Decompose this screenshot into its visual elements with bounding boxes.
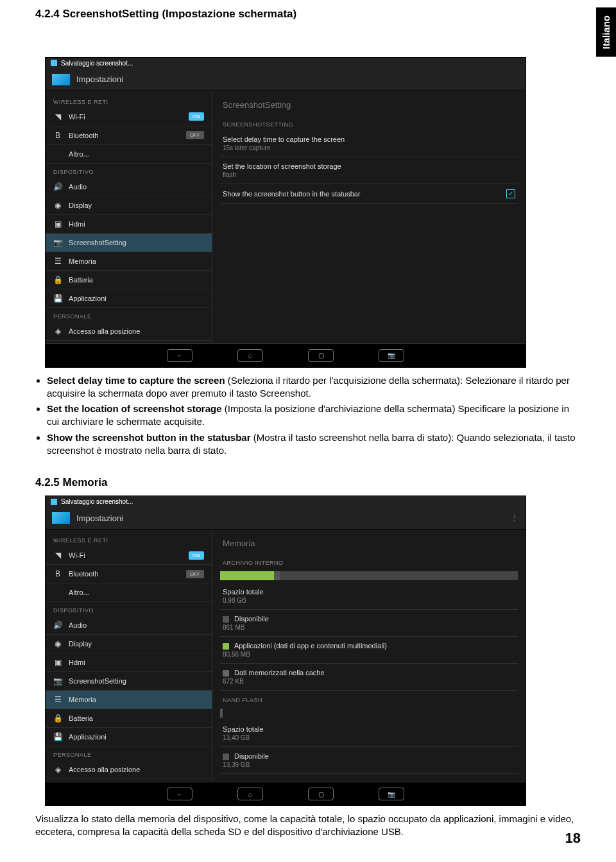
sidebar-item-apps[interactable]: 💾 Applicazioni xyxy=(46,728,212,746)
bluetooth-toggle[interactable]: OFF xyxy=(186,131,204,139)
sidebar-item-display[interactable]: ◉ Display xyxy=(46,196,212,215)
sidebar-item-wifi[interactable]: ◥ Wi-Fi ON xyxy=(46,108,212,126)
sidebar-item-battery[interactable]: 🔒 Batteria xyxy=(46,271,212,289)
storage-total[interactable]: Spazio totale 0,98 GB xyxy=(220,583,518,610)
sidebar-item-more[interactable]: Altro... xyxy=(46,145,212,164)
nand-total[interactable]: Spazio totale 13,40 GB xyxy=(220,720,518,747)
storage-label: Disponibile xyxy=(223,615,515,623)
page-number: 18 xyxy=(565,830,581,847)
blank-icon xyxy=(53,150,62,159)
settings-icon xyxy=(52,74,70,85)
sidebar-item-screenshotsetting[interactable]: 📷 ScreenshotSetting xyxy=(46,234,212,252)
screenshot-button[interactable]: 📷 xyxy=(379,349,404,362)
sidebar-item-display[interactable]: ◉ Display xyxy=(46,635,212,653)
setting-storage-location[interactable]: Set the location of screenshot storage f… xyxy=(220,157,518,184)
status-bar: Salvataggio screenshot... xyxy=(46,496,526,507)
storage-apps[interactable]: Applicazioni (dati di app e contenuti mu… xyxy=(220,637,518,664)
wifi-toggle[interactable]: ON xyxy=(189,551,204,560)
sidebar-item-apps[interactable]: 💾 Applicazioni xyxy=(46,289,212,308)
sidebar-item-label: Altro... xyxy=(69,589,204,596)
status-bar: Salvataggio screenshot... xyxy=(46,58,526,69)
setting-label: Show the screenshot button in the status… xyxy=(223,190,506,198)
settings-icon xyxy=(52,512,70,524)
storage-label: Disponibile xyxy=(223,752,515,760)
storage-value: 861 MB xyxy=(223,624,515,631)
sidebar-category-personal: PERSONALE xyxy=(46,308,212,322)
recent-button[interactable]: ▢ xyxy=(308,788,334,800)
storage-value: 672 KB xyxy=(223,678,515,685)
sidebar-item-label: Wi-Fi xyxy=(69,551,182,559)
sidebar-item-memory[interactable]: ☰ Memoria xyxy=(46,252,212,271)
statusbar-text: Salvataggio screenshot... xyxy=(61,60,133,67)
sidebar-item-label: Audio xyxy=(69,621,204,629)
sidebar-item-label: Memoria xyxy=(69,696,204,703)
description-list-424: Select delay time to capture the screen … xyxy=(35,374,581,458)
storage-cache[interactable]: Dati memorizzati nella cache 672 KB xyxy=(220,664,518,691)
sidebar-item-audio[interactable]: 🔊 Audio xyxy=(46,616,212,635)
storage-cache-segment xyxy=(274,571,280,580)
statusbar-text: Salvataggio screenshot... xyxy=(61,498,133,505)
sidebar-item-memory[interactable]: ☰ Memoria xyxy=(46,691,212,709)
bluetooth-icon: B xyxy=(53,569,62,578)
hdmi-icon: ▣ xyxy=(53,658,62,667)
storage-label: Dati memorizzati nella cache xyxy=(223,669,515,677)
setting-value: 15s later capture xyxy=(223,144,515,151)
setting-show-button[interactable]: Show the screenshot button in the status… xyxy=(220,184,518,204)
storage-label: Spazio totale xyxy=(223,725,515,733)
back-button[interactable]: ← xyxy=(167,349,193,362)
storage-icon: ☰ xyxy=(53,695,62,704)
sidebar-item-hdmi[interactable]: ▣ Hdmi xyxy=(46,215,212,234)
setting-label: Select delay time to capture the screen xyxy=(223,135,515,143)
bullet-item: Set the location of screenshot storage (… xyxy=(47,402,581,429)
sidebar-item-battery[interactable]: 🔒 Batteria xyxy=(46,709,212,728)
overflow-menu-icon[interactable]: ⋮ xyxy=(511,514,519,522)
bluetooth-icon: B xyxy=(53,131,62,140)
home-button[interactable]: ⌂ xyxy=(237,788,263,800)
screenshot-settings-memory: Salvataggio screenshot... Impostazioni ⋮… xyxy=(45,496,526,806)
battery-icon: 🔒 xyxy=(53,275,62,284)
sidebar-item-bluetooth[interactable]: B Bluetooth OFF xyxy=(46,565,212,583)
hdmi-icon: ▣ xyxy=(53,220,62,228)
storage-label: Spazio totale xyxy=(223,588,515,596)
content-title: Memoria xyxy=(220,533,518,553)
save-icon xyxy=(51,60,57,66)
screenshot-button[interactable]: 📷 xyxy=(379,788,404,800)
nand-usage-bar xyxy=(220,709,223,718)
storage-label: Applicazioni (dati di app e contenuti mu… xyxy=(223,642,515,650)
sidebar-item-wifi[interactable]: ◥ Wi-Fi ON xyxy=(46,546,212,565)
back-button[interactable]: ← xyxy=(167,788,193,800)
content-category: SCREENSHOTSETTING xyxy=(220,115,518,130)
location-icon: ◈ xyxy=(53,327,62,336)
recent-button[interactable]: ▢ xyxy=(308,349,334,362)
sidebar-item-more[interactable]: Altro... xyxy=(46,583,212,602)
bullet-item: Show the screenshot button in the status… xyxy=(47,431,581,458)
legend-chip-icon xyxy=(223,616,229,623)
sidebar-item-audio[interactable]: 🔊 Audio xyxy=(46,178,212,196)
sidebar-item-label: Batteria xyxy=(69,714,204,722)
sidebar-item-label: Hdmi xyxy=(69,220,204,228)
sidebar-item-location[interactable]: ◈ Accesso alla posizione xyxy=(46,761,212,779)
sidebar-category-device: DISPOSITIVO xyxy=(46,164,212,178)
section-heading-425: 4.2.5 Memoria xyxy=(35,476,581,489)
home-button[interactable]: ⌂ xyxy=(237,349,263,362)
content-category-nand: NAND FLASH xyxy=(220,691,518,706)
sidebar-item-label: Display xyxy=(69,640,204,648)
apps-icon: 💾 xyxy=(53,732,62,741)
bullet-item: Select delay time to capture the screen … xyxy=(47,374,581,401)
sidebar-item-screenshotsetting[interactable]: 📷 ScreenshotSetting xyxy=(46,672,212,691)
storage-value: 80,56 MB xyxy=(223,651,515,658)
storage-available[interactable]: Disponibile 861 MB xyxy=(220,610,518,637)
nand-available[interactable]: Disponibile 13,39 GB xyxy=(220,747,518,774)
sidebar-item-hdmi[interactable]: ▣ Hdmi xyxy=(46,653,212,672)
wifi-toggle[interactable]: ON xyxy=(189,112,204,121)
sidebar-item-bluetooth[interactable]: B Bluetooth OFF xyxy=(46,126,212,145)
location-icon: ◈ xyxy=(53,765,62,774)
setting-delay-time[interactable]: Select delay time to capture the screen … xyxy=(220,130,518,157)
sidebar-category-device: DISPOSITIVO xyxy=(46,602,212,616)
bluetooth-toggle[interactable]: OFF xyxy=(186,570,204,578)
legend-chip-icon xyxy=(223,670,229,677)
sidebar-item-label: Memoria xyxy=(69,257,204,265)
sidebar-item-location[interactable]: ◈ Accesso alla posizione xyxy=(46,322,212,341)
checkbox-checked-icon[interactable]: ✓ xyxy=(506,189,515,198)
legend-chip-icon xyxy=(223,754,229,760)
